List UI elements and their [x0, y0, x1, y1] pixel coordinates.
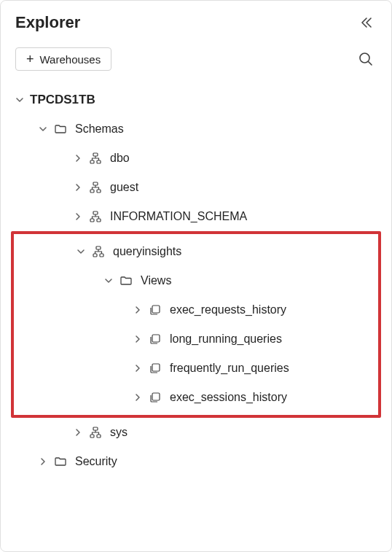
view-label: exec_sessions_history [170, 391, 378, 404]
chevron-right-icon [132, 335, 144, 343]
svg-rect-6 [90, 190, 94, 193]
tree-node-schema-queryinsights[interactable]: queryinsights [14, 237, 378, 266]
schema-label: queryinsights [113, 245, 378, 258]
schema-label: guest [110, 181, 385, 194]
plus-icon: + [26, 53, 34, 66]
svg-rect-19 [90, 435, 94, 438]
search-button[interactable] [355, 48, 377, 70]
folder-icon [53, 455, 68, 468]
svg-rect-20 [97, 435, 101, 438]
svg-rect-7 [97, 190, 101, 193]
svg-rect-16 [152, 364, 160, 371]
security-folder-label: Security [75, 455, 385, 468]
svg-rect-9 [90, 219, 94, 222]
view-label: frequently_run_queries [170, 362, 378, 375]
chevron-right-icon [72, 183, 84, 192]
svg-rect-8 [93, 211, 98, 214]
tree-node-schemas-folder[interactable]: Schemas [7, 114, 385, 144]
tree-node-schema-dbo[interactable]: dbo [7, 144, 385, 173]
add-warehouses-button[interactable]: + Warehouses [15, 47, 111, 71]
chevron-right-icon [132, 364, 144, 373]
svg-rect-17 [152, 393, 160, 400]
tree-node-database[interactable]: TPCDS1TB [7, 85, 385, 114]
view-label: exec_requests_history [170, 303, 378, 316]
schema-label: sys [110, 426, 385, 439]
view-icon [148, 391, 162, 404]
database-label: TPCDS1TB [30, 93, 385, 107]
view-icon [148, 362, 162, 375]
schemas-folder-label: Schemas [75, 123, 385, 136]
chevron-down-icon [103, 276, 114, 285]
schema-label: dbo [110, 152, 385, 165]
schema-icon [88, 152, 103, 165]
view-label: long_running_queries [170, 333, 378, 346]
svg-rect-2 [93, 153, 98, 156]
explorer-tree: TPCDS1TB Schemas dbo guest [1, 82, 391, 476]
svg-rect-4 [97, 160, 101, 163]
svg-line-1 [369, 62, 372, 66]
tree-node-schema-information-schema[interactable]: INFORMATION_SCHEMA [7, 202, 385, 231]
chevron-down-icon [37, 125, 49, 133]
warehouses-button-label: Warehouses [40, 53, 101, 66]
schema-icon [88, 210, 103, 223]
chevron-right-icon [72, 428, 84, 437]
folder-icon [53, 123, 68, 136]
search-icon [358, 51, 374, 67]
svg-rect-15 [152, 335, 160, 342]
chevron-down-icon [14, 96, 26, 104]
tree-node-security-folder[interactable]: Security [7, 447, 385, 476]
tree-node-views-folder[interactable]: Views [14, 266, 378, 295]
highlight-annotation: queryinsights Views exec_requests_histor… [11, 231, 381, 418]
chevron-right-icon [37, 457, 49, 466]
svg-rect-11 [96, 246, 101, 249]
chevron-right-icon [132, 306, 144, 314]
view-icon [148, 303, 162, 316]
tree-node-view[interactable]: long_running_queries [14, 324, 378, 354]
schema-label: INFORMATION_SCHEMA [110, 210, 385, 223]
tree-node-schema-sys[interactable]: sys [7, 418, 385, 447]
explorer-title: Explorer [15, 13, 80, 32]
chevron-right-icon [72, 154, 84, 163]
explorer-header: Explorer [1, 1, 391, 42]
folder-icon [119, 274, 133, 287]
svg-rect-18 [93, 427, 98, 430]
view-icon [148, 333, 162, 346]
schema-icon [91, 245, 106, 258]
schema-icon [88, 181, 103, 194]
explorer-toolbar: + Warehouses [1, 42, 391, 82]
double-chevron-left-icon [359, 15, 374, 30]
tree-node-view[interactable]: exec_requests_history [14, 295, 378, 324]
svg-rect-12 [93, 254, 97, 257]
svg-rect-10 [97, 219, 101, 222]
tree-node-schema-guest[interactable]: guest [7, 173, 385, 202]
svg-rect-13 [100, 254, 103, 257]
svg-rect-14 [152, 306, 160, 313]
svg-rect-3 [90, 160, 94, 163]
tree-node-view[interactable]: exec_sessions_history [14, 383, 378, 412]
chevron-down-icon [75, 247, 87, 256]
tree-node-view[interactable]: frequently_run_queries [14, 354, 378, 383]
schema-icon [88, 426, 103, 439]
views-folder-label: Views [141, 274, 378, 287]
svg-rect-5 [93, 182, 98, 185]
chevron-right-icon [72, 212, 84, 221]
chevron-right-icon [132, 393, 144, 402]
collapse-panel-button[interactable] [356, 12, 377, 33]
